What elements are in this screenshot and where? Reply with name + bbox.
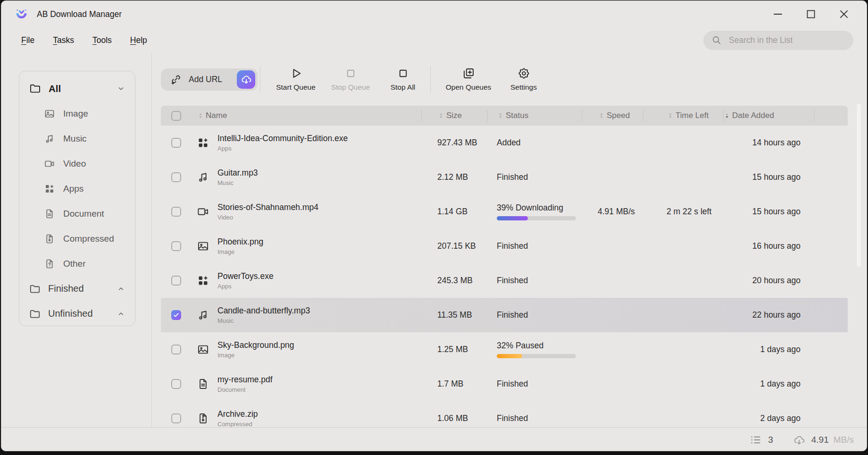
table-row[interactable]: Stories-of-Shahnameh.mp4Video1.14 GB39% … — [161, 194, 848, 229]
add-url-accent-button[interactable] — [237, 70, 255, 89]
row-checkbox[interactable] — [171, 413, 181, 423]
row-end-spacer — [814, 367, 848, 401]
sidebar-item-other[interactable]: Other — [23, 251, 131, 276]
row-checkbox[interactable] — [171, 379, 181, 389]
search-input[interactable] — [728, 35, 847, 46]
stop-all-button[interactable]: Stop All — [378, 67, 428, 92]
date-added-value: 2 days ago — [760, 413, 801, 423]
file-info: PowerToys.exeApps — [217, 271, 274, 290]
file-name: Sky-Background.png — [217, 340, 294, 350]
close-button[interactable] — [835, 5, 853, 24]
sidebar-item-image[interactable]: Image — [23, 101, 131, 126]
cloud-download-icon — [241, 74, 252, 85]
sidebar-item-unfinished[interactable]: Unfinished — [23, 301, 131, 326]
sort-icon — [598, 112, 605, 119]
row-end-spacer — [814, 126, 848, 160]
table-row[interactable]: Candle-and-butterfly.mp3Music11.35 MBFin… — [161, 298, 848, 332]
date-added-value: 15 hours ago — [752, 172, 801, 182]
date-added-value: 1 days ago — [760, 379, 801, 389]
titlebar: AB Download Manager — [1, 1, 867, 27]
row-checkbox[interactable] — [171, 345, 181, 354]
table-row[interactable]: Phoenix.pngImage207.15 KBFinished16 hour… — [161, 229, 848, 263]
column-header-speed[interactable]: Speed — [582, 106, 643, 126]
speed-value: 4.91 MB/s — [598, 207, 635, 217]
start-queue-button[interactable]: Start Queue — [268, 67, 323, 92]
size-cell: 11.35 MB — [421, 310, 487, 320]
chevron-up-icon[interactable] — [117, 309, 125, 318]
file-name: my-resume.pdf — [217, 375, 273, 385]
size-value: 1.14 GB — [437, 207, 467, 217]
sidebar-item-compressed[interactable]: Compressed — [23, 226, 131, 251]
file-info: Sky-Background.pngImage — [217, 340, 294, 359]
sidebar-item-label: Apps — [63, 184, 83, 194]
maximize-button[interactable] — [801, 5, 820, 24]
file-name: Archive.zip — [217, 409, 258, 419]
settings-button[interactable]: Settings — [499, 67, 548, 92]
table-row[interactable]: my-resume.pdfDocument1.7 MBFinished1 day… — [161, 367, 848, 401]
menu-item-file[interactable]: File — [21, 35, 34, 45]
menu-item-tools[interactable]: Tools — [92, 35, 112, 45]
column-header-status[interactable]: Status — [487, 106, 582, 126]
file-category: Music — [217, 317, 310, 324]
table-row[interactable]: PowerToys.exeApps245.3 MBFinished20 hour… — [161, 263, 848, 298]
zip-icon — [197, 412, 209, 425]
chevron-up-icon[interactable] — [117, 284, 125, 293]
total-speed-value: 4.91 — [811, 435, 829, 445]
list-icon — [750, 434, 762, 446]
add-url-button[interactable]: Add URL — [161, 68, 258, 91]
date-added-cell: 16 hours ago — [723, 241, 814, 251]
column-header-name[interactable]: Name — [187, 106, 421, 126]
chevron-down-icon[interactable] — [117, 84, 125, 93]
stop-queue-button[interactable]: Stop Queue — [323, 67, 378, 92]
table-row[interactable]: Guitar.mp3Music2.12 MBFinished15 hours a… — [161, 160, 848, 194]
sidebar-item-apps[interactable]: Apps — [23, 176, 131, 201]
progress-fill — [497, 216, 528, 220]
date-added-cell: 1 days ago — [723, 345, 814, 354]
image-icon — [197, 343, 209, 356]
date-added-cell: 2 days ago — [723, 413, 814, 423]
date-added-cell: 1 days ago — [723, 379, 814, 389]
vertical-scrollbar[interactable] — [857, 104, 861, 267]
select-all-checkbox[interactable] — [171, 111, 181, 121]
sidebar-item-finished[interactable]: Finished — [23, 276, 131, 301]
toolbar: Add URLStart QueueStop QueueStop AllOpen… — [161, 53, 867, 106]
column-header-size[interactable]: Size — [421, 106, 487, 126]
table-row[interactable]: Archive.zipCompressed1.06 MBFinished2 da… — [161, 401, 848, 427]
window-controls — [768, 5, 860, 24]
row-checkbox[interactable] — [171, 310, 181, 320]
table-row[interactable]: Sky-Background.pngImage1.25 MB32% Paused… — [161, 332, 848, 367]
file-category: Document — [217, 386, 273, 393]
row-checkbox[interactable] — [171, 138, 181, 148]
search-box[interactable] — [703, 31, 853, 50]
status-label: Finished — [497, 241, 528, 251]
sidebar-item-all[interactable]: All — [23, 76, 131, 101]
minimize-button[interactable] — [768, 5, 787, 24]
statusbar: 3 4.91 MB/s — [1, 427, 867, 451]
column-header-time-left[interactable]: Time Left — [643, 106, 723, 126]
music-icon — [197, 171, 209, 184]
check-icon — [173, 312, 180, 319]
row-checkbox[interactable] — [171, 207, 181, 217]
sidebar-item-document[interactable]: Document — [23, 201, 131, 226]
sidebar-item-label: Document — [63, 209, 104, 219]
row-checkbox[interactable] — [171, 276, 181, 286]
size-cell: 207.15 KB — [421, 241, 487, 251]
sidebar-item-video[interactable]: Video — [23, 151, 131, 176]
menu-item-tasks[interactable]: Tasks — [53, 35, 74, 45]
size-value: 2.12 MB — [437, 172, 468, 182]
open-queues-label: Open Queues — [446, 83, 492, 92]
column-header-date-added[interactable]: Date Added — [723, 106, 814, 126]
row-checkbox[interactable] — [171, 172, 181, 182]
column-label: Date Added — [732, 111, 774, 120]
sidebar-item-label: Music — [63, 134, 87, 144]
table-row[interactable]: IntelliJ-Idea-Community-Edition.exeApps9… — [161, 126, 848, 160]
image-icon — [44, 108, 55, 119]
open-queues-button[interactable]: Open Queues — [438, 67, 499, 92]
row-checkbox[interactable] — [171, 241, 181, 251]
sidebar-item-music[interactable]: Music — [23, 126, 131, 151]
sidebar: AllImageMusicVideoAppsDocumentCompressed… — [1, 53, 152, 427]
menu-item-help[interactable]: Help — [130, 35, 147, 45]
open-queues-icon — [462, 67, 475, 80]
status-label: Finished — [497, 276, 528, 286]
date-added-cell: 15 hours ago — [723, 207, 814, 217]
